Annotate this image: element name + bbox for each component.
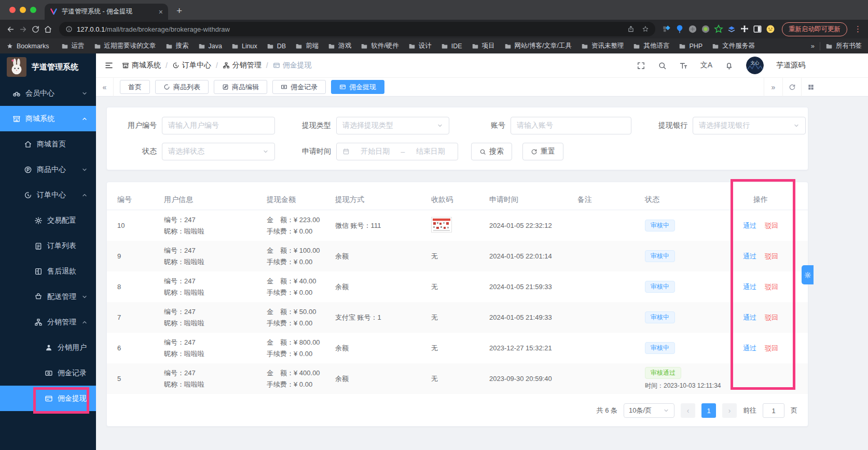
chrome-update-button[interactable]: 重新启动即可更新	[782, 22, 847, 36]
bookmark-star-icon[interactable]	[642, 25, 649, 33]
extension-green-dot-icon[interactable]	[701, 24, 710, 34]
tab-佣金记录[interactable]: 佣金记录	[272, 80, 326, 94]
tab-首页[interactable]: 首页	[120, 80, 150, 94]
prev-page-button[interactable]: ‹	[681, 403, 695, 418]
tabs-scroll-right-button[interactable]: »	[764, 78, 782, 97]
theme-settings-button[interactable]	[802, 265, 814, 284]
sidebar-item-商城首页[interactable]: 商城首页	[0, 131, 96, 157]
reload-button[interactable]	[31, 25, 40, 34]
status-select[interactable]: 请选择状态	[162, 143, 275, 160]
bookmark-folder[interactable]: 设计	[404, 42, 436, 50]
breadcrumb-item[interactable]: 分销管理	[223, 61, 261, 70]
tabs-scroll-left-button[interactable]: «	[96, 78, 114, 97]
bookmark-folder[interactable]: 文件服务器	[707, 42, 760, 50]
approve-link[interactable]: 通过	[743, 283, 756, 291]
user-no-input[interactable]: 请输入用户编号	[162, 117, 275, 134]
bookmarks-root[interactable]: Bookmarks	[6, 43, 49, 50]
account-input[interactable]: 请输入账号	[511, 117, 631, 134]
bookmark-folder[interactable]: DB	[262, 42, 291, 50]
reject-link[interactable]: 驳回	[765, 283, 778, 291]
extension-gray-icon[interactable]	[688, 24, 697, 34]
language-icon[interactable]: 文A	[700, 61, 712, 70]
collapse-menu-icon[interactable]	[104, 61, 114, 70]
bookmark-folder[interactable]: 游戏	[323, 42, 356, 50]
notification-bell-icon[interactable]	[725, 61, 734, 70]
approve-link[interactable]: 通过	[743, 313, 756, 321]
bookmark-folder[interactable]: 资讯未整理	[576, 42, 629, 50]
breadcrumb-item[interactable]: 商城系统	[122, 61, 161, 70]
extension-layers-icon[interactable]	[727, 24, 736, 34]
approve-link[interactable]: 通过	[743, 344, 756, 352]
payment-qr-image[interactable]	[431, 217, 452, 233]
search-icon[interactable]	[658, 61, 667, 70]
tabs-refresh-button[interactable]	[782, 78, 801, 97]
bookmark-folder[interactable]: IDE	[436, 42, 467, 50]
next-page-button[interactable]: ›	[722, 403, 737, 418]
sidebar-logo[interactable]: 芋道管理系统	[0, 53, 96, 80]
reject-link[interactable]: 驳回	[765, 222, 778, 229]
page-number-1[interactable]: 1	[701, 403, 716, 418]
sidebar-item-商城系统[interactable]: 商城系统	[0, 106, 96, 131]
window-zoom-button[interactable]	[30, 7, 36, 13]
sidebar-item-分销用户[interactable]: 分销用户	[0, 335, 96, 360]
bookmark-folder[interactable]: 近期需要读的文章	[89, 42, 161, 50]
bookmark-folder[interactable]: Linux	[227, 42, 262, 50]
bookmark-folder[interactable]: 搜索	[161, 42, 194, 50]
goto-page-input[interactable]: 1	[763, 403, 784, 418]
sidebar-item-配送管理[interactable]: 配送管理	[0, 284, 96, 309]
extension-balloon-icon[interactable]	[675, 24, 684, 34]
reject-link[interactable]: 驳回	[765, 252, 778, 260]
approve-link[interactable]: 通过	[743, 222, 756, 229]
bookmarks-overflow-icon[interactable]: »	[811, 42, 815, 50]
bookmark-folder[interactable]: Java	[194, 42, 227, 50]
withdraw-type-select[interactable]: 请选择提现类型	[336, 117, 449, 134]
tab-商品编辑[interactable]: 商品编辑	[214, 80, 267, 94]
sidebar-item-订单列表[interactable]: 订单列表	[0, 233, 96, 258]
share-icon[interactable]	[627, 25, 635, 33]
sidebar-item-售后退款[interactable]: 售后退款	[0, 258, 96, 284]
extension-diamond-icon[interactable]	[662, 24, 671, 34]
tab-商品列表[interactable]: 商品列表	[155, 80, 209, 94]
tab-close-icon[interactable]: ×	[159, 8, 163, 16]
fullscreen-icon[interactable]	[637, 61, 645, 70]
sidebar-item-订单中心[interactable]: 订单中心	[0, 182, 96, 208]
all-bookmarks[interactable]: 所有书签	[825, 42, 862, 50]
bookmark-folder[interactable]: 运营	[57, 42, 89, 50]
sidebar-item-会员中心[interactable]: 会员中心	[0, 80, 96, 106]
forward-button[interactable]	[19, 25, 27, 34]
date-range-picker[interactable]: 开始日期 – 结束日期	[336, 143, 458, 160]
extension-green-star-icon[interactable]	[714, 24, 723, 34]
side-panel-icon[interactable]	[753, 24, 762, 34]
font-size-icon[interactable]	[679, 61, 688, 70]
username[interactable]: 芋道源码	[776, 61, 805, 70]
user-avatar[interactable]: 文心	[746, 57, 764, 74]
tabs-layout-button[interactable]	[801, 78, 820, 97]
bookmark-folder[interactable]: 前端	[291, 42, 323, 50]
sidebar-item-交易配置[interactable]: 交易配置	[0, 208, 96, 233]
home-button[interactable]	[44, 25, 52, 34]
window-close-button[interactable]	[9, 7, 16, 13]
new-tab-button[interactable]: +	[176, 5, 182, 17]
address-bar[interactable]: 127.0.0.1/mall/trade/brokerage/brokerage…	[59, 22, 655, 36]
bookmark-folder[interactable]: 软件/硬件	[356, 42, 403, 50]
sidebar-item-商品中心[interactable]: 商品中心	[0, 157, 96, 182]
breadcrumb-item[interactable]: 订单中心	[172, 61, 211, 70]
bookmark-folder[interactable]: 项目	[467, 42, 500, 50]
profile-avatar-icon[interactable]	[766, 24, 775, 34]
browser-tab[interactable]: 芋道管理系统 - 佣金提现 ×	[45, 4, 168, 20]
sidebar-item-分销管理[interactable]: 分销管理	[0, 309, 96, 335]
back-button[interactable]	[6, 25, 15, 34]
extensions-puzzle-icon[interactable]	[740, 24, 749, 34]
page-size-select[interactable]: 10条/页	[624, 403, 674, 418]
bookmark-folder[interactable]: PHP	[674, 42, 707, 50]
reject-link[interactable]: 驳回	[765, 344, 778, 352]
site-info-icon[interactable]	[65, 25, 73, 33]
sidebar-item-佣金记录[interactable]: 佣金记录	[0, 360, 96, 386]
bank-select[interactable]: 请选择提现银行	[693, 117, 806, 134]
sidebar-item-佣金提现[interactable]: 佣金提现	[0, 386, 96, 411]
tab-佣金提现[interactable]: 佣金提现	[331, 80, 384, 94]
breadcrumb-item[interactable]: 佣金提现	[273, 61, 312, 70]
bookmark-folder[interactable]: 其他语言	[628, 42, 674, 50]
window-minimize-button[interactable]	[20, 7, 26, 13]
bookmark-folder[interactable]: 网站/博客/文章/工具	[500, 42, 576, 50]
